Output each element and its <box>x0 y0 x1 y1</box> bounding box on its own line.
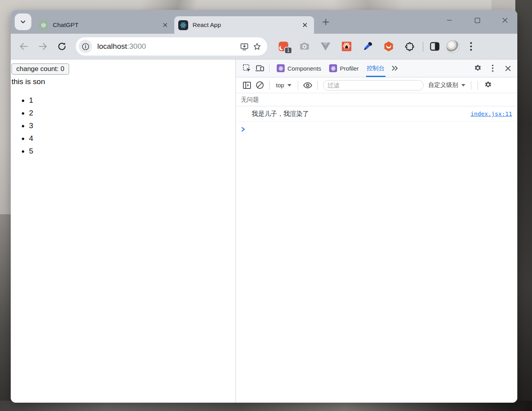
reload-button[interactable] <box>55 40 69 53</box>
tab-close-icon[interactable] <box>161 21 170 29</box>
log-levels-selector[interactable]: 自定义级别 <box>428 81 465 89</box>
console-empty-area[interactable] <box>236 137 517 403</box>
url-port: :3000 <box>127 42 146 50</box>
minimize-button[interactable] <box>444 15 455 25</box>
list-item: 5 <box>29 145 232 157</box>
clear-icon <box>256 81 264 89</box>
devtools-tabbar: Components Profiler 控制台 <box>236 60 517 77</box>
extensions-row: 1 <box>278 40 416 52</box>
extension-notes-icon[interactable]: 1 <box>278 40 289 52</box>
levels-label: 自定义级别 <box>428 81 458 89</box>
issues-label: 无问题 <box>241 96 259 104</box>
window-controls <box>444 10 510 31</box>
devtools-close-button[interactable] <box>501 62 514 74</box>
site-info-button[interactable] <box>79 40 92 53</box>
maximize-button[interactable] <box>472 15 482 25</box>
star-icon <box>253 42 262 51</box>
extensions-puzzle-icon[interactable] <box>404 40 416 52</box>
devtools-tabbar-right <box>471 62 514 74</box>
tab-chatgpt[interactable]: ChatGPT <box>35 16 174 34</box>
react-favicon-icon <box>178 20 188 30</box>
console-separator <box>478 81 478 90</box>
profile-avatar[interactable] <box>446 40 459 53</box>
chevron-down-icon <box>20 19 26 25</box>
chatgpt-favicon-icon <box>39 20 48 30</box>
console-toolbar: top 自定义级别 <box>236 77 517 93</box>
new-tab-button[interactable] <box>319 15 332 29</box>
caret-down-icon <box>287 84 291 86</box>
prompt-chevron-icon <box>241 127 246 132</box>
extension-screenshot-icon[interactable] <box>299 40 310 52</box>
console-separator <box>471 81 471 90</box>
eye-icon <box>303 81 312 90</box>
console-source-link[interactable]: index.jsx:11 <box>470 111 512 117</box>
devtools-tab-profiler[interactable]: Profiler <box>325 60 363 77</box>
sidebar-icon <box>430 41 440 52</box>
browser-window: ChatGPT React App <box>11 10 517 403</box>
devtools-settings-button[interactable] <box>471 62 484 74</box>
device-toolbar-icon <box>255 63 264 73</box>
console-separator <box>317 81 318 90</box>
extension-hexagon-moon-icon[interactable] <box>383 40 395 52</box>
desktop-background: ChatGPT React App <box>0 0 532 411</box>
show-sidebar-icon <box>243 81 251 90</box>
devtools-panel: Components Profiler 控制台 <box>236 60 517 403</box>
tab-search-button[interactable] <box>15 13 31 30</box>
list-item: 3 <box>29 119 232 132</box>
caret-down-icon <box>461 84 465 86</box>
console-message-text: 我是儿子，我渲染了 <box>252 110 470 118</box>
react-profiler-icon <box>329 64 337 72</box>
more-tabs-button[interactable] <box>389 62 401 74</box>
inspect-element-button[interactable] <box>241 62 253 74</box>
gear-icon <box>474 64 482 73</box>
devtools-menu-button[interactable] <box>486 62 499 74</box>
browser-menu-button[interactable] <box>465 40 477 52</box>
devtools-tab-console[interactable]: 控制台 <box>363 60 389 77</box>
toolbar-separator <box>423 42 423 52</box>
install-icon <box>240 42 249 51</box>
info-icon <box>82 43 89 50</box>
url-text[interactable]: localhost:3000 <box>97 42 238 51</box>
react-components-icon <box>277 64 285 72</box>
tab-react-app[interactable]: React App <box>174 16 314 34</box>
kebab-menu-icon <box>470 42 472 51</box>
devtools-tab-components[interactable]: Components <box>273 60 325 77</box>
devtools-separator <box>269 64 270 73</box>
clear-console-button[interactable] <box>253 79 266 91</box>
tab-strip: ChatGPT React App <box>11 10 517 34</box>
change-count-button[interactable]: change count: 0 <box>12 63 69 75</box>
forward-button[interactable] <box>36 40 50 53</box>
console-message-row: 我是儿子，我渲染了 index.jsx:11 <box>236 106 517 122</box>
extension-react-devtools-icon[interactable] <box>341 40 353 52</box>
reload-icon <box>57 42 67 51</box>
console-settings-button[interactable] <box>482 79 495 91</box>
kebab-menu-icon <box>492 65 493 72</box>
browser-toolbar: localhost:3000 1 <box>11 34 517 60</box>
inspect-icon <box>243 64 252 73</box>
tab-label: Profiler <box>340 65 359 72</box>
tab-title: ChatGPT <box>53 21 161 29</box>
console-separator <box>298 81 298 90</box>
context-selector[interactable]: top <box>273 82 295 88</box>
tab-close-icon[interactable] <box>301 21 309 29</box>
console-separator <box>269 81 270 90</box>
back-arrow-icon <box>19 41 29 52</box>
viewport: change count: 0 this is son 1 2 3 4 5 <box>11 60 517 403</box>
bookmark-button[interactable] <box>251 40 263 53</box>
back-button[interactable] <box>17 40 31 53</box>
issues-bar[interactable]: 无问题 <box>236 93 517 106</box>
tab-title: React App <box>193 21 301 29</box>
extension-eyedropper-icon[interactable] <box>362 40 374 52</box>
background-art <box>515 0 532 411</box>
console-prompt[interactable] <box>236 122 517 137</box>
console-filter-input[interactable] <box>323 80 424 90</box>
url-bar[interactable]: localhost:3000 <box>76 37 267 56</box>
live-expression-button[interactable] <box>301 79 314 91</box>
console-sidebar-button[interactable] <box>241 79 253 91</box>
sidebar-toggle-button[interactable] <box>429 40 441 52</box>
device-toolbar-button[interactable] <box>253 62 266 74</box>
gear-icon <box>484 81 492 89</box>
close-window-button[interactable] <box>500 15 510 25</box>
install-app-button[interactable] <box>238 40 251 53</box>
extension-vue-devtools-icon[interactable] <box>320 40 332 52</box>
